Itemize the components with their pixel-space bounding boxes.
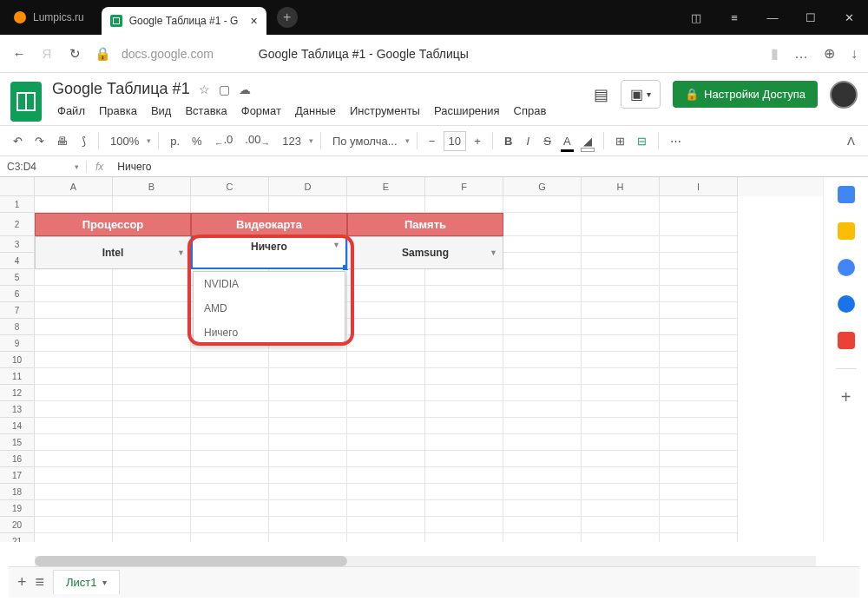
col-header[interactable]: D: [269, 177, 347, 196]
borders-button[interactable]: ⊞: [611, 132, 629, 150]
row-header[interactable]: 21: [0, 533, 35, 542]
col-header[interactable]: G: [503, 177, 582, 196]
row-header[interactable]: 12: [0, 385, 35, 401]
paint-format-button[interactable]: ⟆: [76, 132, 91, 150]
row-header[interactable]: 3: [0, 236, 35, 253]
merge-button[interactable]: ⊟: [633, 132, 651, 150]
maximize-button[interactable]: ☐: [792, 4, 830, 30]
collapse-toolbar-button[interactable]: ᐱ: [843, 132, 859, 150]
dropdown-option[interactable]: Ничего: [194, 321, 345, 345]
redo-button[interactable]: ↷: [30, 132, 49, 150]
menu-icon[interactable]: ≡: [715, 4, 753, 30]
bold-button[interactable]: B: [500, 132, 516, 150]
strikethrough-button[interactable]: S: [539, 132, 556, 150]
table-header-cpu[interactable]: Процессор: [35, 213, 191, 236]
italic-button[interactable]: I: [520, 132, 536, 150]
more-button[interactable]: ⋯: [666, 132, 686, 150]
col-header[interactable]: H: [582, 177, 660, 196]
scrollbar-thumb[interactable]: [35, 556, 347, 566]
horizontal-scrollbar[interactable]: [35, 556, 816, 566]
table-header-memory[interactable]: Память: [347, 213, 503, 236]
select-all-corner[interactable]: [0, 177, 35, 196]
reading-mode-icon[interactable]: ◫: [677, 4, 715, 30]
row-header[interactable]: 4: [0, 253, 35, 269]
dropdown-option[interactable]: NVIDIA: [194, 272, 345, 296]
format-button[interactable]: 123: [278, 132, 306, 150]
row-header[interactable]: 17: [0, 467, 35, 484]
menu-extensions[interactable]: Расширения: [429, 102, 505, 120]
more-icon[interactable]: …: [794, 46, 808, 62]
undo-button[interactable]: ↶: [9, 132, 27, 150]
close-icon[interactable]: ×: [250, 14, 257, 28]
percent-button[interactable]: %: [187, 132, 207, 150]
share-button[interactable]: 🔒 Настройки Доступа: [673, 81, 818, 108]
name-box[interactable]: C3:D4 ▾: [0, 161, 87, 173]
row-header[interactable]: 15: [0, 434, 35, 451]
all-sheets-button[interactable]: ≡: [36, 573, 45, 591]
download-icon[interactable]: ↓: [851, 46, 858, 62]
col-header[interactable]: F: [425, 177, 503, 196]
calendar-icon[interactable]: [838, 186, 855, 203]
increase-decimal-button[interactable]: .00→: [240, 130, 274, 151]
reload-button[interactable]: ↻: [66, 46, 83, 62]
menu-file[interactable]: Файл: [52, 102, 90, 120]
row-header[interactable]: 13: [0, 401, 35, 418]
decrease-decimal-button[interactable]: ←.0: [210, 130, 238, 151]
currency-button[interactable]: р.: [166, 132, 184, 150]
dropdown-memory[interactable]: Samsung ▼: [347, 236, 503, 269]
address-domain[interactable]: docs.google.com: [122, 47, 214, 61]
row-header[interactable]: 20: [0, 517, 35, 533]
fill-color-button[interactable]: ◢: [579, 132, 596, 150]
row-header[interactable]: 11: [0, 368, 35, 385]
zoom-select[interactable]: 100%: [106, 132, 143, 150]
menu-help[interactable]: Справ: [509, 102, 552, 120]
dropdown-cpu[interactable]: Intel ▼: [35, 236, 191, 269]
row-header[interactable]: 5: [0, 269, 35, 286]
dropdown-option[interactable]: AMD: [194, 296, 345, 321]
row-header[interactable]: 1: [0, 196, 35, 213]
add-addon-button[interactable]: +: [838, 388, 855, 406]
row-header[interactable]: 18: [0, 484, 35, 500]
row-header[interactable]: 7: [0, 302, 35, 319]
col-header[interactable]: A: [35, 177, 113, 196]
menu-edit[interactable]: Правка: [94, 102, 142, 120]
contacts-icon[interactable]: [838, 295, 855, 313]
minimize-button[interactable]: —: [753, 4, 792, 30]
row-header[interactable]: 9: [0, 335, 35, 352]
row-header[interactable]: 8: [0, 319, 35, 335]
new-tab-button[interactable]: +: [277, 7, 298, 28]
cloud-icon[interactable]: ☁: [239, 83, 251, 96]
col-header[interactable]: C: [191, 177, 269, 196]
comments-icon[interactable]: ▤: [594, 85, 608, 104]
row-header[interactable]: 19: [0, 500, 35, 517]
cells-area[interactable]: Процессор Видеокарта Память Intel ▼ Ниче…: [35, 196, 823, 542]
bookmark-icon[interactable]: ▮: [771, 45, 779, 62]
text-color-button[interactable]: A: [559, 132, 575, 150]
avatar[interactable]: [830, 81, 858, 109]
menu-view[interactable]: Вид: [146, 102, 177, 120]
spreadsheet[interactable]: A B C D E F G H I 1 2 3 4 5 6 7 8 9 10 1…: [0, 177, 823, 542]
menu-tools[interactable]: Инструменты: [345, 102, 425, 120]
browser-tab-active[interactable]: Google Таблица #1 - G ×: [102, 7, 266, 35]
col-header[interactable]: E: [347, 177, 425, 196]
formula-input[interactable]: Ничего: [112, 161, 156, 173]
row-header[interactable]: 14: [0, 418, 35, 434]
row-header[interactable]: 2: [0, 213, 35, 236]
present-button[interactable]: ▣ ▾: [621, 80, 661, 109]
font-size-input[interactable]: 10: [444, 131, 466, 151]
font-size-inc[interactable]: +: [470, 132, 485, 150]
doc-title[interactable]: Google Таблица #1: [52, 80, 190, 98]
extensions-icon[interactable]: ⊕: [824, 45, 835, 62]
col-header[interactable]: B: [113, 177, 191, 196]
add-sheet-button[interactable]: +: [17, 573, 27, 591]
close-window-button[interactable]: ✕: [830, 4, 868, 30]
sheets-logo-icon[interactable]: [10, 82, 42, 122]
menu-insert[interactable]: Вставка: [180, 102, 232, 120]
row-header[interactable]: 6: [0, 286, 35, 302]
row-header[interactable]: 16: [0, 451, 35, 467]
back-button[interactable]: ←: [10, 46, 28, 61]
font-size-dec[interactable]: −: [424, 132, 440, 150]
star-icon[interactable]: ☆: [199, 83, 210, 96]
table-header-gpu[interactable]: Видеокарта: [191, 213, 347, 236]
dropdown-gpu[interactable]: Ничего ▼: [191, 236, 347, 269]
